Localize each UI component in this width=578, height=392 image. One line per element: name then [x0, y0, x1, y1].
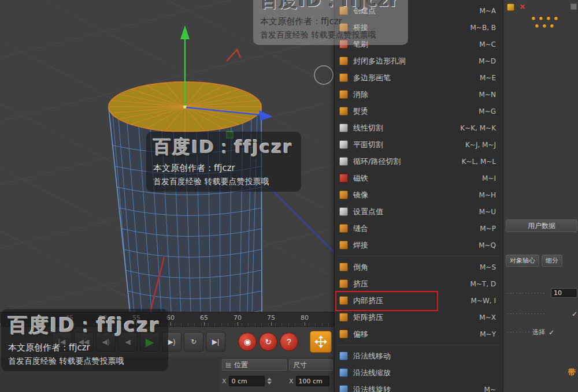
next-frame-button[interactable]: ▶): [162, 332, 181, 352]
menu-separator: [338, 256, 499, 256]
checkbox-checked[interactable]: ✓: [572, 310, 577, 318]
tab-subdivision[interactable]: 细分: [542, 255, 562, 267]
user-data-button[interactable]: 用户数据: [506, 219, 577, 232]
menu-item-shortcut: M~H: [479, 191, 496, 199]
menu-item-magnet[interactable]: 磁铁 M~I: [335, 170, 503, 186]
play-button[interactable]: ▶: [140, 332, 160, 352]
timeline-ruler[interactable]: 45 50 55 60 65 70 75 80: [0, 312, 334, 327]
viewport-canvas: [0, 0, 334, 312]
bottom-bar: 位置 尺寸 X 0 cm X 100 cm: [0, 357, 334, 392]
position-x-stepper[interactable]: [267, 378, 272, 384]
position-label: 位置: [234, 360, 248, 370]
attributes-panel: × 用户数据 对象轴心 细分 ············· 10 ········…: [503, 0, 578, 392]
menu-item-polygon-pen[interactable]: 多边形画笔 M~E: [335, 69, 503, 86]
smooth-shift-icon: [339, 330, 348, 338]
menu-item-bevel[interactable]: 倒角 M~S: [335, 259, 503, 275]
line-cut-icon: [339, 124, 348, 132]
menu-item-dissolve[interactable]: 消除 M~N: [335, 86, 503, 103]
dotted-leader: ·············: [507, 329, 530, 335]
menu-item-label: 创建点: [353, 6, 376, 16]
tab-object-axis[interactable]: 对象轴心: [506, 255, 539, 267]
menu-item-bridge[interactable]: 桥接 M~B, B: [335, 19, 503, 36]
dissolve-icon: [339, 90, 348, 99]
menu-item-label: 循环/路径切割: [353, 156, 401, 167]
play-backward-button[interactable]: ◀): [96, 332, 116, 352]
menu-item-brush[interactable]: 笔刷 M~C: [335, 36, 503, 53]
timeline-tick: 45: [65, 314, 73, 322]
menu-item-matrix-extrude[interactable]: 矩阵挤压 M~X: [335, 309, 503, 326]
menu-item-label: 封闭多边形孔洞: [353, 56, 406, 66]
red-axis-mark: [227, 50, 240, 61]
timeline-tick: 75: [267, 314, 275, 322]
coordinates-panel: 位置 尺寸 X 0 cm X 100 cm: [220, 357, 334, 392]
normal-scale-icon: [339, 368, 348, 377]
menu-item-stitch[interactable]: 缝合 M~P: [335, 220, 503, 237]
menu-item-extrude[interactable]: 挤压 M~T, D: [335, 275, 503, 292]
menu-item-label: 笔刷: [353, 39, 368, 50]
menu-item-shortcut: M~Y: [480, 330, 496, 338]
context-menu: 创建点 M~A 桥接 M~B, B 笔刷 M~C 封闭多边形孔洞 M~D 多边形…: [334, 0, 503, 392]
side-tab[interactable]: 带: [568, 367, 576, 378]
points-cluster-icon: [531, 16, 561, 36]
move-tool-button[interactable]: [310, 331, 332, 353]
goto-end-button[interactable]: ▶|: [206, 332, 225, 352]
menu-item-label: 消除: [353, 89, 368, 100]
goto-start-button[interactable]: |◀: [52, 332, 72, 352]
menu-item-label: 挤压: [353, 279, 368, 289]
menu-item-inner-extrude[interactable]: 内部挤压 M~W, I: [335, 292, 503, 309]
set-point-icon: [339, 207, 348, 216]
menu-item-shortcut: M~: [484, 386, 496, 392]
loop-cut-icon: [339, 157, 348, 166]
menu-item-close-polygon-hole[interactable]: 封闭多边形孔洞 M~D: [335, 53, 503, 69]
size-label: 尺寸: [293, 360, 307, 370]
menu-item-shortcut: M~G: [479, 107, 496, 115]
menu-item-shortcut: K~L, M~L: [462, 158, 496, 166]
menu-item-weld[interactable]: 焊接 M~Q: [335, 237, 503, 253]
prev-frame-button[interactable]: ◀: [118, 332, 138, 352]
loop-button[interactable]: ↻: [184, 332, 203, 352]
menu-item-scale-along-normal[interactable]: 沿法线缩放: [335, 364, 503, 381]
record-keyframe-button[interactable]: ◉: [238, 333, 257, 351]
menu-item-iron[interactable]: 熨烫 M~G: [335, 103, 503, 120]
poly-pen-icon: [339, 73, 348, 82]
menu-item-label: 镜像: [353, 190, 368, 200]
position-header[interactable]: 位置: [222, 359, 287, 371]
close-icon[interactable]: ×: [519, 2, 526, 11]
menu-item-smooth-shift[interactable]: 偏移 M~Y: [335, 326, 503, 342]
position-x-input[interactable]: 0 cm: [229, 376, 265, 386]
subdivision-input[interactable]: 10: [551, 288, 577, 298]
menu-item-label: 设置点值: [353, 207, 383, 217]
menu-item-shortcut: M~Q: [479, 241, 496, 249]
menu-item-create-point[interactable]: 创建点 M~A: [335, 2, 503, 19]
timeline-tick: 50: [99, 314, 107, 322]
menu-item-loop-path-cut[interactable]: 循环/路径切割 K~L, M~L: [335, 153, 503, 170]
subdivision-row: ············· 10: [507, 288, 577, 298]
menu-item-shortcut: M~S: [480, 263, 496, 271]
size-x-axis-label: X: [289, 378, 294, 385]
timeline-tick: 60: [166, 314, 175, 322]
normal-move-icon: [339, 352, 348, 360]
size-header[interactable]: 尺寸: [289, 359, 333, 371]
prev-key-button[interactable]: ◀◀: [74, 332, 94, 352]
attribute-tabs: 对象轴心 细分: [506, 255, 578, 267]
viewport-3d[interactable]: [0, 0, 334, 312]
autokey-button[interactable]: ↻: [259, 333, 277, 351]
menu-item-line-cut[interactable]: 线性切割 K~K, M~K: [335, 120, 503, 136]
menu-item-shortcut: M~A: [479, 7, 496, 15]
mirror-icon: [339, 191, 348, 199]
checkbox-checked[interactable]: ✓: [549, 328, 554, 337]
menu-item-set-point-value[interactable]: 设置点值 M~U: [335, 203, 503, 220]
menu-item-shortcut: M~T, D: [470, 280, 496, 288]
menu-item-move-along-normal[interactable]: 沿法线移动: [335, 348, 503, 364]
menu-item-label: 磁铁: [353, 173, 368, 184]
size-x-input[interactable]: 100 cm: [296, 376, 329, 386]
menu-item-shortcut: K~K, M~K: [460, 124, 496, 132]
menu-item-plane-cut[interactable]: 平面切割 K~J, M~J: [335, 136, 503, 153]
menu-item-label: 缝合: [353, 223, 368, 234]
keyframe-selection-button[interactable]: ?: [280, 333, 298, 351]
material-icon[interactable]: [507, 3, 514, 11]
normal-rotate-icon: [339, 385, 348, 392]
menu-item-label: 沿法线移动: [353, 351, 391, 361]
menu-item-mirror[interactable]: 镜像 M~H: [335, 186, 503, 203]
menu-item-rotate-along-normal[interactable]: 沿法线旋转 M~: [335, 381, 503, 392]
